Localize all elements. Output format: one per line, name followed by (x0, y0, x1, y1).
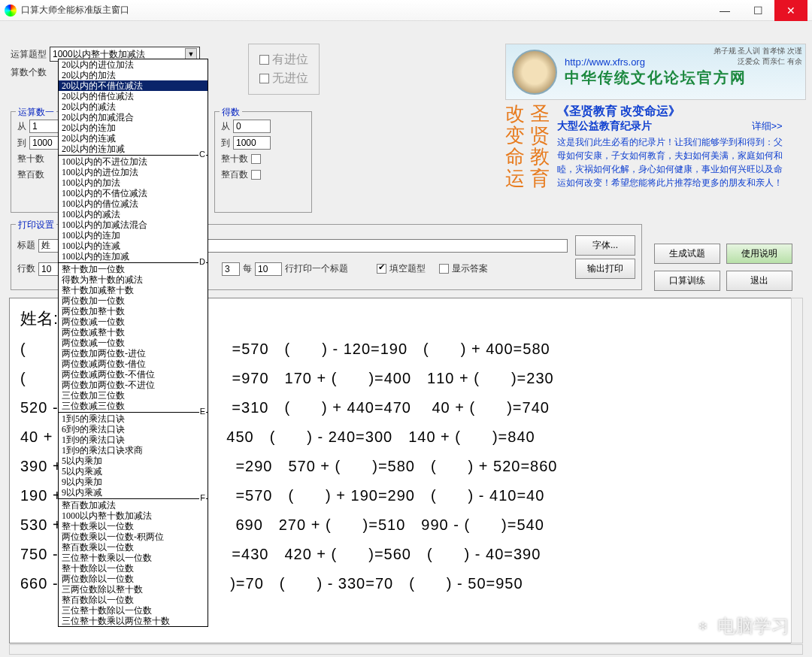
dropdown-item[interactable]: 9以内乘减 (59, 487, 208, 498)
dropdown-item[interactable]: 20以内的加法 (59, 70, 208, 80)
dropdown-item[interactable]: 20以内的进位加法 (59, 59, 208, 70)
output-print-button[interactable]: 输出打印 (575, 259, 635, 279)
range1-legend: 运算数一 (16, 106, 56, 119)
dropdown-item[interactable]: 1000以内整十数加减法 (59, 510, 208, 521)
help-button[interactable]: 使用说明 (726, 244, 792, 264)
dropdown-item[interactable]: 100以内的减法 (59, 209, 208, 220)
dropdown-item[interactable]: 得数为整十数的减法 (59, 274, 208, 285)
dropdown-item[interactable]: 两位数乘以一位数-积两位 (59, 531, 208, 542)
range2-to-label: 到 (221, 137, 230, 150)
dropdown-item[interactable]: 三位整十数乘以两位整十数 (59, 616, 208, 626)
dropdown-item[interactable]: 5以内乘加 (59, 456, 208, 466)
promo: 改 变 命 运 圣 贤 教 育 《圣贤教育 改变命运》 大型公益教育纪录片 详细… (505, 104, 806, 189)
exit-button[interactable]: 退出 (726, 271, 792, 291)
dropdown-item[interactable]: 20以内的连加 (59, 123, 208, 133)
nocarry-label: 无进位 (272, 71, 308, 86)
dropdown-item[interactable]: 100以内的连加 (59, 230, 208, 241)
carry-checkbox (259, 55, 269, 65)
col-input[interactable] (222, 262, 240, 276)
dropdown-item[interactable]: 20以内的连加减 (59, 144, 208, 154)
dropdown-item[interactable]: 1到9的乘法口诀求商 (59, 445, 208, 456)
dropdown-item[interactable]: 整百数乘以一位数 (59, 542, 208, 553)
dropdown-item[interactable]: 20以内的不借位减法 (59, 80, 208, 91)
dropdown-item[interactable]: 20以内的借位减法 (59, 91, 208, 101)
showans-checkbox[interactable] (439, 264, 449, 274)
dropdown-item[interactable]: 三两位数除以整十数 (59, 584, 208, 595)
count-label: 算数个数 (11, 66, 47, 79)
dropdown-item[interactable]: 两位数减一位数 (59, 316, 208, 327)
dropdown-item[interactable]: 20以内的加减混合 (59, 112, 208, 123)
window-title: 口算大师全能标准版主窗口 (21, 4, 129, 17)
dropdown-item[interactable]: 两位数减整十数 (59, 327, 208, 338)
dropdown-item[interactable]: 两位数减一位数 (59, 338, 208, 348)
dropdown-item[interactable]: 20以内的减法 (59, 101, 208, 112)
carry-label: 有进位 (272, 52, 308, 68)
dropdown-item[interactable]: 整十数加一位数 (59, 264, 208, 274)
dropdown-item[interactable]: 5以内乘减 (59, 466, 208, 477)
dropdown-item[interactable]: 100以内的进位加法 (59, 167, 208, 177)
range2-hundreds-checkbox[interactable] (251, 170, 261, 180)
range1-from-label: 从 (17, 120, 26, 133)
banner: http://www.xfrs.org 中华传统文化论坛官方网 弟子规 圣人训 … (505, 44, 806, 100)
rows-label: 行数 (17, 262, 35, 275)
portrait-icon (512, 50, 557, 95)
dropdown-item[interactable]: 1到5的乘法口诀 (59, 413, 208, 424)
range2-tens-checkbox[interactable] (251, 154, 261, 164)
dropdown-item[interactable]: 100以内的连减 (59, 241, 208, 251)
promo-sub: 大型公益教育纪录片 (557, 120, 652, 132)
wechat-icon: ✻ (693, 616, 713, 636)
promo-vert1: 改 变 命 运 (505, 104, 525, 189)
dropdown-item[interactable]: 两位数除以一位数 (59, 574, 208, 584)
type-label: 运算题型 (11, 48, 47, 61)
font-button[interactable]: 字体... (575, 235, 635, 256)
maximize-button[interactable]: ☐ (741, 0, 774, 21)
range2-from-input[interactable] (233, 120, 271, 133)
dropdown-item[interactable]: 两位数加两位数-进位 (59, 348, 208, 359)
dropdown-item[interactable]: 三位数减三位数 (59, 401, 208, 411)
per-suffix: 行打印一个标题 (285, 262, 348, 275)
minimize-button[interactable]: — (708, 0, 741, 21)
dropdown-item[interactable]: 100以内的加法 (59, 177, 208, 188)
range2-to-input[interactable] (233, 136, 271, 150)
dropdown-item[interactable]: 整十数加减整十数 (59, 285, 208, 295)
app-body: 运算题型 1000以内整十数加减法 ▼ 算数个数 有进位 无进位 运算数一 从 … (0, 21, 812, 657)
dropdown-item[interactable]: 100以内的连加减 (59, 251, 208, 262)
dropdown-item[interactable]: 两位数加一位数 (59, 295, 208, 306)
range1-hundreds-label: 整百数 (17, 168, 44, 181)
per-input[interactable] (255, 262, 282, 276)
banner-small: 弟子规 圣人训 首孝悌 次谨 泛爱众 而亲仁 有余 (714, 46, 802, 67)
dropdown-item[interactable]: 三位整十数除以一位数 (59, 605, 208, 616)
dropdown-item[interactable]: 两位数加整十数 (59, 306, 208, 316)
banner-title: 中华传统文化论坛官方网 (565, 68, 747, 88)
dropdown-item[interactable]: 两位数减两位数-借位 (59, 359, 208, 369)
dropdown-item[interactable]: 100以内的不进位加法 (59, 156, 208, 167)
range2-from-label: 从 (221, 120, 230, 133)
dropdown-item[interactable]: 1到9的乘法口诀 (59, 434, 208, 445)
dropdown-item[interactable]: 100以内的借位减法 (59, 198, 208, 209)
fill-label: 填空题型 (389, 262, 426, 275)
dropdown-item[interactable]: 两位数加两位数-不进位 (59, 380, 208, 390)
close-button[interactable]: ✕ (774, 0, 807, 21)
dropdown-item[interactable]: 100以内的不借位减法 (59, 188, 208, 198)
titlebar: 口算大师全能标准版主窗口 — ☐ ✕ (0, 0, 812, 21)
dropdown-item[interactable]: 100以内的加减法混合 (59, 220, 208, 230)
range1-tens-label: 整十数 (17, 153, 44, 165)
dropdown-item[interactable]: 整十数乘以一位数 (59, 521, 208, 531)
promo-more-link[interactable]: 详细>> (752, 120, 783, 133)
generate-button[interactable]: 生成试题 (654, 244, 720, 264)
dropdown-item[interactable]: 9以内乘加 (59, 477, 208, 487)
fill-checkbox[interactable]: ✔ (377, 264, 386, 274)
dropdown-item[interactable]: 整百数加减法 (59, 500, 208, 510)
scrollbar-horizontal[interactable] (9, 644, 803, 655)
dropdown-item[interactable]: 20以内的连减 (59, 133, 208, 144)
dropdown-item[interactable]: 三位数加三位数 (59, 390, 208, 401)
dropdown-item[interactable]: 整十数除以一位数 (59, 563, 208, 574)
train-button[interactable]: 口算训练 (654, 271, 720, 291)
dropdown-item[interactable]: 6到9的乘法口诀 (59, 424, 208, 434)
range2-tens-label: 整十数 (221, 153, 248, 165)
dropdown-item[interactable]: 两位数减两位数-不借位 (59, 369, 208, 380)
type-dropdown-list[interactable]: 20以内的进位加法20以内的加法20以内的不借位减法20以内的借位减法20以内的… (58, 59, 208, 627)
dropdown-item[interactable]: 三位整十数乘以一位数 (59, 553, 208, 563)
scrollbar-vertical[interactable] (791, 298, 803, 643)
dropdown-item[interactable]: 整百数除以一位数 (59, 595, 208, 605)
